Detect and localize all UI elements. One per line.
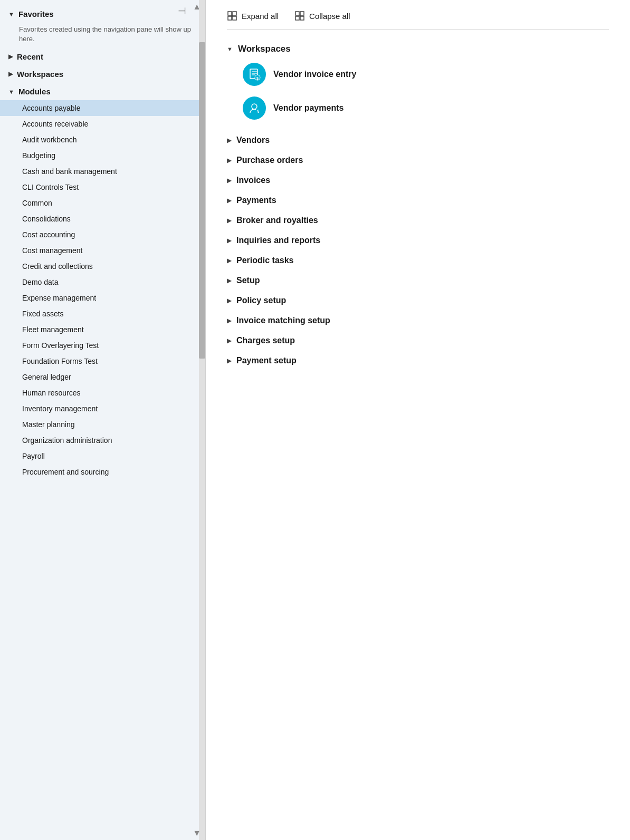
svg-rect-8 [295, 16, 299, 20]
module-item[interactable]: Credit and collections [0, 258, 205, 274]
workspaces-nav-section: ▼ Workspaces $ Vendor invoice entry $ Ve… [227, 41, 609, 125]
modules-list: Accounts payableAccounts receivableAudit… [0, 100, 205, 480]
module-item[interactable]: Organization administration [0, 432, 205, 448]
favorites-label: Favorites [18, 9, 54, 18]
module-item[interactable]: Consolidations [0, 211, 205, 227]
workspace-item[interactable]: $ Vendor payments [243, 91, 609, 125]
favorites-arrow: ▼ [8, 11, 14, 17]
module-item[interactable]: Cost management [0, 243, 205, 258]
nav-item-label: Periodic tasks [236, 256, 294, 265]
right-content-panel: Expand all Collapse all ▼ Workspaces [206, 0, 630, 840]
modules-arrow: ▼ [8, 89, 14, 95]
nav-item-arrow: ▶ [227, 137, 231, 144]
workspace-item[interactable]: $ Vendor invoice entry [243, 57, 609, 91]
nav-item-label: Purchase orders [236, 156, 303, 165]
nav-item-label: Setup [236, 276, 260, 285]
workspaces-section-label: Workspaces [238, 44, 291, 54]
nav-item-arrow: ▶ [227, 358, 231, 364]
module-item[interactable]: Fixed assets [0, 306, 205, 322]
nav-item[interactable]: ▶Inquiries and reports [227, 230, 609, 250]
module-item[interactable]: Cash and bank management [0, 163, 205, 179]
nav-item-arrow: ▶ [227, 157, 231, 164]
module-item[interactable]: Cost accounting [0, 227, 205, 243]
workspaces-expand-arrow: ▼ [227, 46, 233, 52]
nav-item[interactable]: ▶Broker and royalties [227, 210, 609, 230]
svg-rect-2 [228, 16, 232, 20]
recent-label: Recent [17, 52, 43, 61]
nav-item-arrow: ▶ [227, 217, 231, 224]
collapse-all-label: Collapse all [309, 12, 350, 21]
svg-text:$: $ [256, 76, 259, 81]
scrollbar-thumb[interactable] [199, 42, 205, 359]
nav-item[interactable]: ▶Setup [227, 271, 609, 291]
nav-item-arrow: ▶ [227, 237, 231, 244]
module-item[interactable]: Accounts payable [0, 100, 205, 116]
favorites-description: Favorites created using the navigation p… [0, 23, 205, 48]
favorites-section-header[interactable]: ▼ Favorites [0, 5, 205, 23]
nav-items-list: ▶Vendors▶Purchase orders▶Invoices▶Paymen… [227, 130, 609, 371]
expand-all-label: Expand all [242, 12, 279, 21]
module-item[interactable]: Common [0, 195, 205, 211]
nav-item[interactable]: ▶Payment setup [227, 351, 609, 371]
workspaces-arrow: ▶ [8, 71, 13, 78]
nav-item[interactable]: ▶Purchase orders [227, 150, 609, 170]
module-item[interactable]: Accounts receivable [0, 116, 205, 132]
workspace-item-icon: $ [243, 63, 266, 86]
expand-all-button[interactable]: Expand all [227, 11, 279, 21]
left-nav-content: ▼ Favorites Favorites created using the … [0, 0, 205, 840]
nav-item[interactable]: ▶Payments [227, 190, 609, 210]
module-item[interactable]: Demo data [0, 274, 205, 290]
nav-item-arrow: ▶ [227, 317, 231, 324]
nav-item[interactable]: ▶Charges setup [227, 331, 609, 351]
workspaces-nav-header[interactable]: ▼ Workspaces [227, 41, 609, 57]
module-item[interactable]: Expense management [0, 290, 205, 306]
nav-item-label: Vendors [236, 136, 270, 145]
module-item[interactable]: Fleet management [0, 322, 205, 337]
nav-item[interactable]: ▶Vendors [227, 130, 609, 150]
scroll-down-arrow[interactable]: ▼ [193, 828, 201, 838]
nav-item-label: Inquiries and reports [236, 236, 320, 245]
module-item[interactable]: Form Overlayering Test [0, 337, 205, 353]
module-item[interactable]: Payroll [0, 448, 205, 464]
nav-item-label: Invoices [236, 176, 270, 185]
recent-section-header[interactable]: ▶ Recent [0, 48, 205, 65]
module-item[interactable]: CLI Controls Test [0, 179, 205, 195]
module-item[interactable]: Human resources [0, 385, 205, 401]
nav-item-label: Payments [236, 196, 276, 205]
svg-rect-7 [300, 12, 304, 15]
svg-rect-9 [300, 16, 304, 20]
module-item[interactable]: Audit workbench [0, 132, 205, 148]
nav-item-arrow: ▶ [227, 337, 231, 344]
module-item[interactable]: Inventory management [0, 401, 205, 417]
workspace-item-icon: $ [243, 96, 266, 120]
nav-item[interactable]: ▶Periodic tasks [227, 250, 609, 271]
collapse-all-button[interactable]: Collapse all [294, 11, 350, 21]
workspace-items-list: $ Vendor invoice entry $ Vendor payments [243, 57, 609, 125]
collapse-all-icon [294, 11, 305, 21]
nav-item-label: Invoice matching setup [236, 316, 330, 325]
pin-icon[interactable]: ⊣ [178, 5, 186, 17]
recent-arrow: ▶ [8, 53, 13, 60]
toolbar: Expand all Collapse all [227, 11, 609, 30]
nav-item[interactable]: ▶Invoice matching setup [227, 311, 609, 331]
nav-item-label: Broker and royalties [236, 216, 318, 225]
module-item[interactable]: Budgeting [0, 148, 205, 163]
nav-item-label: Charges setup [236, 336, 295, 345]
nav-item-arrow: ▶ [227, 277, 231, 284]
nav-item[interactable]: ▶Invoices [227, 170, 609, 190]
module-item[interactable]: General ledger [0, 369, 205, 385]
left-navigation-panel: ⊣ ▲ ▼ Favorites Favorites created using … [0, 0, 206, 840]
module-item[interactable]: Master planning [0, 417, 205, 432]
svg-rect-6 [295, 12, 299, 15]
nav-item[interactable]: ▶Policy setup [227, 291, 609, 311]
module-item[interactable]: Foundation Forms Test [0, 353, 205, 369]
workspaces-section-header[interactable]: ▶ Workspaces [0, 65, 205, 83]
modules-label: Modules [18, 87, 51, 96]
scrollbar-track[interactable] [199, 0, 205, 840]
nav-item-arrow: ▶ [227, 257, 231, 264]
workspaces-label: Workspaces [17, 70, 63, 79]
modules-section-header[interactable]: ▼ Modules [0, 83, 205, 100]
svg-rect-0 [228, 12, 232, 15]
nav-item-arrow: ▶ [227, 297, 231, 304]
module-item[interactable]: Procurement and sourcing [0, 464, 205, 480]
